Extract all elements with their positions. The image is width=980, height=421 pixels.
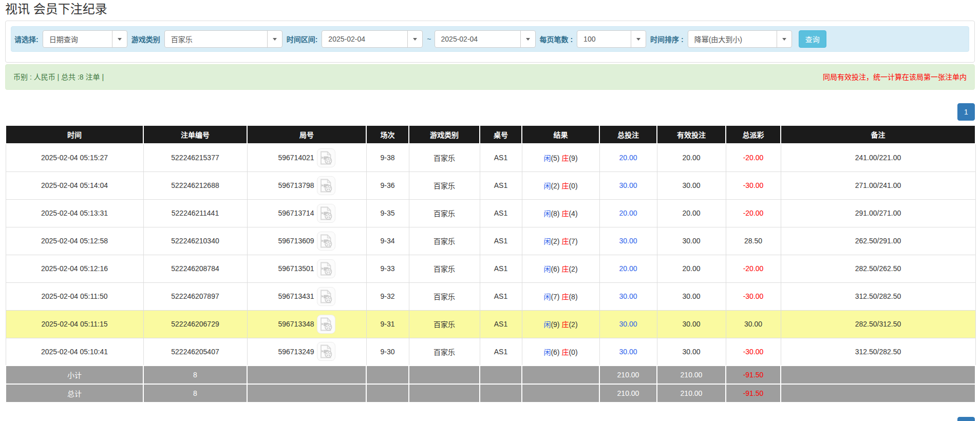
cell-valid-bet: 30.00 xyxy=(657,338,726,366)
video-replay-button[interactable] xyxy=(317,232,335,251)
table-body: 2025-02-04 05:15:27522246215377596714021… xyxy=(6,144,975,366)
table-row: 2025-02-04 05:12:16522246208784596713501… xyxy=(6,255,975,282)
column-header: 桌号 xyxy=(480,125,522,144)
result-player-label: 闲 xyxy=(543,237,551,245)
result-banker-label: 庄 xyxy=(561,293,569,301)
result-player-score: (7) xyxy=(551,293,559,301)
round-id-group: 596713501 xyxy=(278,259,335,278)
header-row: 时间注单编号局号场次游戏类别桌号结果总投注有效投注总派彩备注 xyxy=(6,125,975,144)
cell-payout: -30.00 xyxy=(726,338,781,366)
round-id-text: 596713348 xyxy=(278,320,314,328)
cell-bet-id: 522246205407 xyxy=(143,338,247,366)
video-file-icon xyxy=(319,290,332,303)
page-size-caret[interactable] xyxy=(631,31,646,47)
result-player-label: 闲 xyxy=(543,320,551,329)
cell-payout: 28.50 xyxy=(726,227,781,255)
round-id-text: 596713798 xyxy=(278,181,314,189)
result-player-label: 闲 xyxy=(543,265,551,273)
video-replay-button[interactable] xyxy=(317,176,335,195)
cell-result: 闲(7) 庄(8) xyxy=(522,282,599,310)
cell-game-category: 百家乐 xyxy=(409,310,480,338)
column-header: 场次 xyxy=(366,125,409,144)
column-header: 总投注 xyxy=(599,125,657,144)
cell-table-no: AS1 xyxy=(480,338,522,366)
empty-cell xyxy=(522,366,599,384)
time-sort-value: 降幂(由大到小) xyxy=(688,34,777,44)
date-from-caret[interactable] xyxy=(407,31,422,47)
cell-note: 282.50/312.50 xyxy=(781,310,975,338)
date-to-input[interactable]: 2025-02-04 xyxy=(435,30,536,48)
cell-time: 2025-02-04 05:13:31 xyxy=(6,199,143,227)
result-banker-label: 庄 xyxy=(561,348,569,356)
pagination-page-1[interactable]: 1 xyxy=(957,103,975,121)
cell-time: 2025-02-04 05:11:50 xyxy=(6,282,143,310)
cell-payout: -30.00 xyxy=(726,171,781,199)
cell-game-category: 百家乐 xyxy=(409,171,480,199)
summary-bar: 币别 : 人民币 | 总共 :8 注单 | 同局有效投注，统一计算在该局第一张注… xyxy=(5,64,975,90)
round-id-text: 596713501 xyxy=(278,264,314,273)
cell-total-bet: 20.00 xyxy=(599,255,657,282)
page-size-label: 每页笔数 : xyxy=(540,34,573,44)
date-from-input[interactable]: 2025-02-04 xyxy=(322,30,423,48)
cell-game-category: 百家乐 xyxy=(409,227,480,255)
game-category-label: 游戏类别 xyxy=(131,34,160,44)
game-category-select[interactable]: 百家乐 xyxy=(164,30,282,48)
grand-total-row-total-bet: 210.00 xyxy=(599,384,657,403)
time-sort-select[interactable]: 降幂(由大到小) xyxy=(688,30,792,48)
subtotal-row: 小计8210.00210.00-91.50 xyxy=(6,366,975,384)
result-banker-label: 庄 xyxy=(561,237,569,245)
cell-session: 9-35 xyxy=(366,199,409,227)
cell-note: 241.00/221.00 xyxy=(781,144,975,171)
result-banker-score: (7) xyxy=(569,237,577,245)
cell-bet-id: 522246206729 xyxy=(143,310,247,338)
chevron-down-icon xyxy=(118,38,122,41)
pagination-page-1[interactable]: 1 xyxy=(957,417,975,421)
table-header: 时间注单编号局号场次游戏类别桌号结果总投注有效投注总派彩备注 xyxy=(6,125,975,144)
result-player-score: (6) xyxy=(551,348,559,356)
chevron-down-icon xyxy=(636,38,640,41)
game-category-caret[interactable] xyxy=(267,31,282,47)
cell-result: 闲(2) 庄(7) xyxy=(522,227,599,255)
page: 视讯 会员下注纪录 请选择: 日期查询 游戏类别 百家乐 时间区间: 2025-… xyxy=(0,1,980,421)
cell-session: 9-38 xyxy=(366,144,409,171)
query-type-label: 请选择: xyxy=(14,34,39,44)
round-id-group: 596713249 xyxy=(278,342,335,361)
grand-total-row-valid-bet: 210.00 xyxy=(657,384,726,403)
result-player-score: (2) xyxy=(551,182,559,190)
cell-time: 2025-02-04 05:10:41 xyxy=(6,338,143,366)
cell-table-no: AS1 xyxy=(480,227,522,255)
page-size-select[interactable]: 100 xyxy=(577,30,646,48)
video-replay-button[interactable] xyxy=(317,342,335,361)
result-banker-score: (8) xyxy=(569,293,577,301)
cell-session: 9-36 xyxy=(366,171,409,199)
result-player-label: 闲 xyxy=(543,209,551,218)
time-sort-caret[interactable] xyxy=(777,31,791,47)
result-banker-score: (2) xyxy=(569,265,577,273)
cell-table-no: AS1 xyxy=(480,199,522,227)
video-replay-button[interactable] xyxy=(317,315,335,334)
cell-table-no: AS1 xyxy=(480,144,522,171)
cell-note: 262.50/291.00 xyxy=(781,227,975,255)
video-replay-button[interactable] xyxy=(317,287,335,306)
date-to-caret[interactable] xyxy=(520,31,535,47)
video-replay-button[interactable] xyxy=(317,204,335,223)
video-file-icon xyxy=(319,317,332,331)
round-id-group: 596713798 xyxy=(278,176,335,195)
column-header: 注单编号 xyxy=(143,125,247,144)
round-id-text: 596713249 xyxy=(278,348,314,356)
cell-table-no: AS1 xyxy=(480,282,522,310)
cell-round-id: 596713431 xyxy=(247,282,366,310)
cell-session: 9-30 xyxy=(366,338,409,366)
cell-bet-id: 522246207897 xyxy=(143,282,247,310)
column-header: 有效投注 xyxy=(657,125,726,144)
video-replay-button[interactable] xyxy=(317,259,335,278)
query-type-select[interactable]: 日期查询 xyxy=(43,30,127,48)
search-button[interactable]: 查询 xyxy=(799,30,826,48)
cell-payout: -30.00 xyxy=(726,282,781,310)
result-player-label: 闲 xyxy=(543,154,551,162)
subtotal-row-valid-bet: 210.00 xyxy=(657,366,726,384)
cell-total-bet: 30.00 xyxy=(599,227,657,255)
query-type-caret[interactable] xyxy=(112,31,127,47)
video-replay-button[interactable] xyxy=(317,148,335,167)
table-row: 2025-02-04 05:11:50522246207897596713431… xyxy=(6,282,975,310)
